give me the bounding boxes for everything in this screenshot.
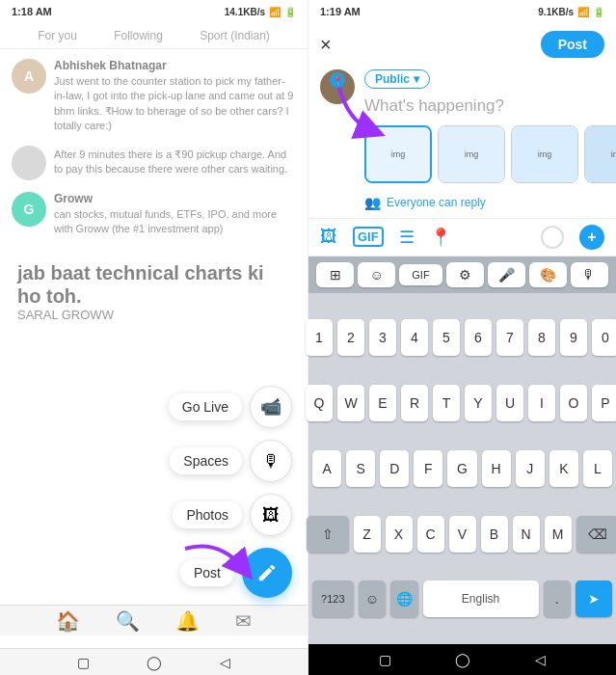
keyboard-grid-btn[interactable]: ⊞	[316, 262, 354, 287]
space-key[interactable]: English	[423, 580, 539, 617]
key-k[interactable]: K	[549, 450, 578, 487]
keyboard-rows: 1 2 3 4 5 6 7 8 9 0 Q W E R T Y U I	[308, 293, 616, 644]
key-2[interactable]: 2	[337, 319, 364, 356]
key-0[interactable]: 0	[592, 319, 616, 356]
backspace-key[interactable]: ⌫	[576, 516, 617, 553]
key-z[interactable]: Z	[354, 516, 381, 553]
key-4[interactable]: 4	[401, 319, 428, 356]
gif-icon[interactable]: GIF	[353, 227, 384, 247]
close-button[interactable]: ×	[320, 34, 332, 56]
key-v[interactable]: V	[449, 516, 476, 553]
symbols-key[interactable]: ?123	[312, 580, 354, 617]
key-i[interactable]: I	[528, 385, 555, 421]
key-n[interactable]: N	[513, 516, 540, 553]
qwerty-row: Q W E R T Y U I O P	[312, 385, 612, 421]
keyboard-emoji-btn[interactable]: ☺	[358, 262, 395, 287]
key-w[interactable]: W	[337, 385, 364, 421]
key-s[interactable]: S	[346, 450, 375, 487]
tweet-body-3: Groww can stocks, mutual funds, ETFs, IP…	[54, 192, 296, 237]
compose-placeholder[interactable]: What's happening?	[364, 94, 604, 118]
emoji-key[interactable]: ☺	[359, 580, 386, 617]
bottom-row: ?123 ☺ 🌐 English . ➤	[312, 580, 612, 617]
key-m[interactable]: M	[545, 516, 572, 553]
key-j[interactable]: J	[516, 450, 545, 487]
fab-go-live-btn[interactable]: 📹	[250, 386, 292, 428]
tweet-text-2: After 9 minutes there is a ₹90 pickup ch…	[54, 148, 296, 177]
key-f[interactable]: F	[414, 450, 442, 487]
search-icon[interactable]: 🔍	[116, 609, 140, 633]
key-p[interactable]: P	[592, 385, 616, 421]
fab-photos[interactable]: Photos 🖼	[173, 494, 292, 536]
key-u[interactable]: U	[496, 385, 523, 421]
key-x[interactable]: X	[386, 516, 413, 553]
key-e[interactable]: E	[369, 385, 396, 421]
key-b[interactable]: B	[481, 516, 508, 553]
nav-sport[interactable]: Sport (Indian)	[200, 29, 270, 42]
key-7[interactable]: 7	[496, 319, 523, 356]
purple-arrow-right: 📍	[318, 72, 395, 140]
key-t[interactable]: T	[433, 385, 460, 421]
key-g[interactable]: G	[447, 450, 476, 487]
keyboard-theme-btn[interactable]: 🎨	[529, 262, 567, 287]
avatar-anon	[12, 146, 46, 180]
image-icon[interactable]: 🖼	[320, 227, 337, 247]
large-tweet-text: jab baat technical charts ki ho toh.	[17, 261, 290, 308]
home-icon[interactable]: 🏠	[56, 609, 80, 633]
right-status-right: 9.1KB/s 📶 🔋	[538, 7, 604, 17]
key-a[interactable]: A	[312, 450, 341, 487]
avatar-abhishek: A	[12, 59, 46, 94]
key-l[interactable]: L	[583, 450, 612, 487]
key-q[interactable]: Q	[306, 385, 333, 421]
number-row: 1 2 3 4 5 6 7 8 9 0	[312, 319, 612, 356]
key-o[interactable]: O	[560, 385, 587, 421]
compose-images-area: 📍 img img img img	[308, 125, 616, 191]
key-h[interactable]: H	[482, 450, 511, 487]
fab-go-live[interactable]: Go Live 📹	[169, 386, 292, 428]
keyboard-settings-btn[interactable]: ⚙	[446, 262, 484, 287]
keyboard-gif-btn[interactable]: GIF	[399, 264, 442, 285]
right-signal-icon: 📶	[577, 7, 589, 17]
mail-icon[interactable]: ✉	[235, 609, 252, 633]
key-8[interactable]: 8	[528, 319, 555, 356]
fab-spaces-btn[interactable]: 🎙	[250, 440, 292, 482]
image-thumb-3[interactable]: img	[511, 125, 578, 183]
large-tweet: jab baat technical charts ki ho toh. SAR…	[12, 248, 296, 328]
fab-photos-btn[interactable]: 🖼	[250, 494, 292, 536]
compose-input-area[interactable]: Public ▾ What's happening?	[364, 69, 604, 118]
key-9[interactable]: 9	[560, 319, 587, 356]
keyboard: ⊞ ☺ GIF ⚙ 🎤 🎨 🎙 1 2 3 4 5 6 7 8 9 0	[308, 256, 616, 644]
reply-bar: 👥 Everyone can reply	[308, 191, 616, 219]
zxcv-row: ⇧ Z X C V B N M ⌫	[312, 516, 612, 553]
keyboard-mic-btn[interactable]: 🎙	[571, 262, 608, 287]
reply-text[interactable]: Everyone can reply	[387, 196, 486, 209]
key-1[interactable]: 1	[306, 319, 333, 356]
key-5[interactable]: 5	[433, 319, 460, 356]
nav-for-you[interactable]: For you	[38, 29, 77, 42]
right-panel: 1:19 AM 9.1KB/s 📶 🔋 × Post Public ▾ What…	[308, 0, 616, 675]
shift-key[interactable]: ⇧	[307, 516, 349, 553]
key-3[interactable]: 3	[369, 319, 396, 356]
image-thumb-4[interactable]: img	[584, 125, 616, 183]
nav-following[interactable]: Following	[114, 29, 163, 42]
tweet-item-1: A Abhishek Bhatnagar Just went to the co…	[12, 59, 296, 134]
key-d[interactable]: D	[380, 450, 409, 487]
key-6[interactable]: 6	[465, 319, 492, 356]
list-icon[interactable]: ☰	[399, 227, 415, 248]
left-nav-bar: For you Following Sport (Indian)	[0, 23, 308, 49]
keyboard-translate-btn[interactable]: 🎤	[488, 262, 525, 287]
send-key[interactable]: ➤	[576, 580, 612, 617]
globe-key[interactable]: 🌐	[390, 580, 417, 617]
keyboard-top-bar: ⊞ ☺ GIF ⚙ 🎤 🎨 🎙	[308, 256, 616, 293]
fab-spaces[interactable]: Spaces 🎙	[170, 440, 292, 482]
bell-icon[interactable]: 🔔	[175, 609, 200, 633]
key-y[interactable]: Y	[465, 385, 492, 421]
key-c[interactable]: C	[417, 516, 444, 553]
tweet-item-3: G Groww can stocks, mutual funds, ETFs, …	[12, 192, 296, 237]
location-icon[interactable]: 📍	[430, 227, 451, 248]
image-thumb-2[interactable]: img	[438, 125, 505, 183]
key-r[interactable]: R	[401, 385, 428, 421]
asdf-row: A S D F G H J K L	[312, 450, 612, 487]
period-key[interactable]: .	[544, 580, 571, 617]
add-thread-button[interactable]: +	[579, 225, 604, 250]
post-button[interactable]: Post	[541, 31, 604, 58]
